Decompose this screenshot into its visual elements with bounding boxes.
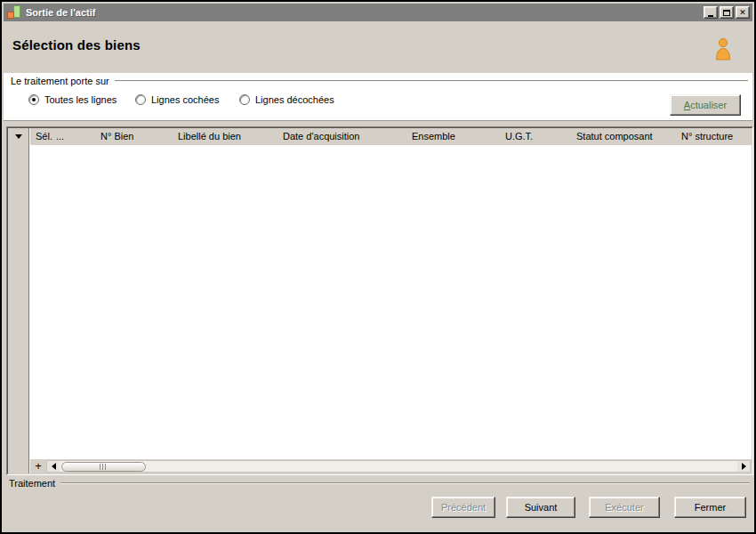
column-header-dots[interactable]: ... (56, 131, 64, 142)
header-band: Sélection des biens (4, 21, 752, 73)
filter-legend: Le traitement porte sur (11, 76, 115, 86)
arrow-right-icon (742, 463, 746, 470)
dialog-sortie-de-lactif: Sortie de l'actif ✕ Sélection des biens … (0, 0, 756, 534)
minimize-button[interactable] (704, 6, 718, 19)
app-icon (6, 5, 22, 20)
column-header-num-bien[interactable]: N° Bien (101, 131, 133, 142)
refresh-button[interactable]: Actualiser (670, 94, 741, 116)
radio-unchecked-lines[interactable]: Lignes décochées (239, 94, 334, 105)
column-header-date-acq[interactable]: Date d'acquisition (283, 131, 360, 142)
radio-label: Lignes décochées (255, 94, 334, 105)
next-button[interactable]: Suivant (506, 497, 575, 518)
refresh-button-shortcut: A (684, 100, 690, 110)
execute-button[interactable]: Exécuter (589, 497, 660, 518)
divider (115, 80, 748, 82)
assets-grid: Sél. ... N° Bien Libellé du bien Date d'… (6, 126, 753, 475)
add-row-button[interactable]: + (30, 460, 46, 473)
arrow-left-icon (52, 463, 56, 470)
radio-label: Toutes les lignes (44, 94, 117, 105)
grid-header-row: Sél. ... N° Bien Libellé du bien Date d'… (30, 128, 752, 145)
footer-legend-row: Traitement (9, 478, 750, 489)
grid-body-empty (30, 145, 752, 459)
radio-icon (239, 94, 250, 105)
column-header-sel[interactable]: Sél. (36, 131, 52, 142)
row-selector-gutter (8, 128, 29, 473)
divider (60, 482, 750, 484)
footer-group-label: Traitement (9, 478, 60, 489)
radio-label: Lignes cochées (151, 94, 219, 105)
scrollbar-thumb[interactable] (61, 462, 146, 472)
column-header-statut[interactable]: Statut composant (576, 131, 653, 142)
maximize-icon (723, 10, 730, 16)
maximize-button[interactable] (720, 6, 734, 19)
filter-panel: Le traitement porte sur Toutes les ligne… (4, 73, 752, 121)
grid-scroll-row: + (30, 459, 752, 473)
close-icon: ✕ (739, 9, 746, 17)
close-dialog-button[interactable]: Fermer (674, 497, 746, 518)
grid-options-button[interactable] (8, 128, 28, 145)
column-header-structure[interactable]: N° structure (681, 131, 733, 142)
previous-button[interactable]: Précédent (431, 497, 495, 518)
refresh-button-label: ctualiser (690, 100, 727, 110)
user-icon (713, 37, 733, 61)
chevron-down-icon (15, 134, 22, 139)
column-header-ensemble[interactable]: Ensemble (412, 131, 455, 142)
window-title: Sortie de l'actif (26, 7, 702, 18)
app-icon-orange-square (7, 12, 14, 19)
scroll-left-button[interactable] (47, 461, 60, 472)
horizontal-scrollbar[interactable] (46, 460, 751, 473)
scroll-right-button[interactable] (737, 461, 750, 472)
grip-icon (100, 464, 108, 470)
app-icon-green-bar (13, 5, 20, 18)
filter-legend-row: Le traitement porte sur (11, 76, 748, 86)
assets-grid-inner: Sél. ... N° Bien Libellé du bien Date d'… (7, 127, 752, 474)
column-header-ugt[interactable]: U.G.T. (505, 131, 533, 142)
radio-all-lines[interactable]: Toutes les lignes (28, 94, 117, 105)
page-title: Sélection des biens (12, 37, 141, 53)
radio-icon (28, 94, 39, 105)
titlebar[interactable]: Sortie de l'actif ✕ (4, 4, 752, 21)
column-header-libelle[interactable]: Libellé du bien (178, 131, 241, 142)
radio-checked-lines[interactable]: Lignes cochées (135, 94, 219, 105)
close-button[interactable]: ✕ (736, 6, 750, 19)
minimize-icon (708, 15, 713, 17)
radio-icon (135, 94, 146, 105)
